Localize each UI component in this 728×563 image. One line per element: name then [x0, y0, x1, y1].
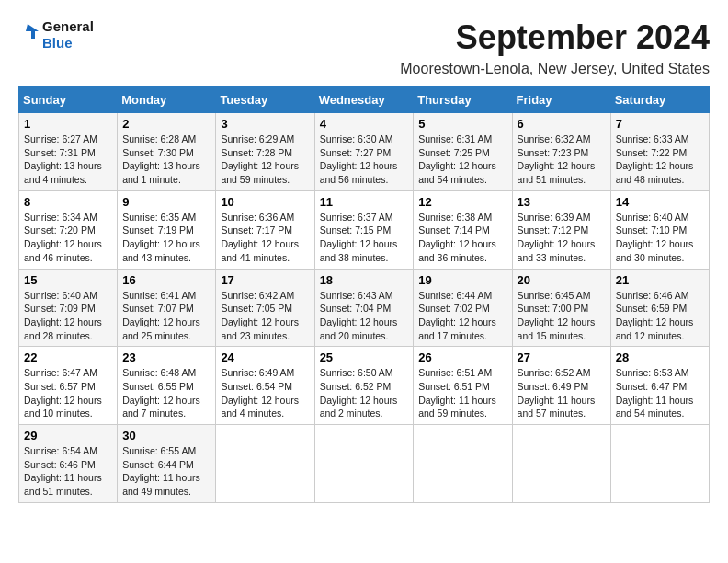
day-info: Sunrise: 6:46 AM Sunset: 6:59 PM Dayligh… [616, 289, 704, 343]
calendar-week-row: 22Sunrise: 6:47 AM Sunset: 6:57 PM Dayli… [19, 347, 710, 425]
calendar-day-cell: 15Sunrise: 6:40 AM Sunset: 7:09 PM Dayli… [19, 269, 118, 347]
month-title: September 2024 [456, 18, 710, 57]
logo-bird-icon [18, 22, 39, 48]
day-info: Sunrise: 6:49 AM Sunset: 6:54 PM Dayligh… [221, 366, 309, 420]
calendar-day-cell: 3Sunrise: 6:29 AM Sunset: 7:28 PM Daylig… [216, 113, 314, 191]
day-number: 30 [122, 429, 210, 442]
day-info: Sunrise: 6:34 AM Sunset: 7:20 PM Dayligh… [24, 211, 112, 265]
day-info: Sunrise: 6:42 AM Sunset: 7:05 PM Dayligh… [221, 289, 309, 343]
day-number: 6 [518, 117, 606, 131]
day-number: 19 [418, 273, 506, 287]
calendar-day-cell [414, 425, 512, 503]
day-info: Sunrise: 6:40 AM Sunset: 7:09 PM Dayligh… [24, 289, 112, 343]
calendar-day-cell: 27Sunrise: 6:52 AM Sunset: 6:49 PM Dayli… [512, 347, 610, 425]
day-number: 2 [122, 117, 210, 131]
day-info: Sunrise: 6:31 AM Sunset: 7:25 PM Dayligh… [418, 132, 506, 187]
day-number: 25 [320, 350, 409, 364]
calendar-week-row: 29Sunrise: 6:54 AM Sunset: 6:46 PM Dayli… [19, 425, 710, 503]
calendar-day-cell: 16Sunrise: 6:41 AM Sunset: 7:07 PM Dayli… [118, 269, 216, 347]
day-info: Sunrise: 6:41 AM Sunset: 7:07 PM Dayligh… [122, 289, 210, 343]
calendar-day-cell: 22Sunrise: 6:47 AM Sunset: 6:57 PM Dayli… [19, 347, 118, 425]
calendar-day-header: Monday [118, 87, 216, 113]
day-info: Sunrise: 6:52 AM Sunset: 6:49 PM Dayligh… [518, 366, 606, 420]
day-info: Sunrise: 6:39 AM Sunset: 7:12 PM Dayligh… [518, 211, 606, 265]
calendar-week-row: 15Sunrise: 6:40 AM Sunset: 7:09 PM Dayli… [19, 269, 710, 347]
calendar-day-cell: 29Sunrise: 6:54 AM Sunset: 6:46 PM Dayli… [19, 425, 118, 503]
day-number: 1 [24, 117, 112, 131]
day-info: Sunrise: 6:30 AM Sunset: 7:27 PM Dayligh… [320, 132, 409, 187]
day-info: Sunrise: 6:36 AM Sunset: 7:17 PM Dayligh… [221, 211, 309, 265]
calendar-day-cell: 21Sunrise: 6:46 AM Sunset: 6:59 PM Dayli… [610, 269, 709, 347]
calendar-day-cell: 5Sunrise: 6:31 AM Sunset: 7:25 PM Daylig… [414, 113, 512, 191]
day-info: Sunrise: 6:35 AM Sunset: 7:19 PM Dayligh… [122, 211, 210, 265]
day-number: 7 [616, 117, 704, 131]
day-number: 15 [24, 273, 112, 287]
day-number: 21 [616, 273, 704, 287]
calendar-day-cell: 6Sunrise: 6:32 AM Sunset: 7:23 PM Daylig… [512, 113, 610, 191]
day-number: 22 [24, 350, 112, 364]
day-info: Sunrise: 6:44 AM Sunset: 7:02 PM Dayligh… [418, 289, 506, 343]
calendar-day-cell [216, 425, 314, 503]
calendar-day-header: Saturday [610, 87, 709, 113]
calendar-day-cell: 25Sunrise: 6:50 AM Sunset: 6:52 PM Dayli… [314, 347, 414, 425]
day-number: 4 [320, 117, 409, 131]
calendar-day-header: Thursday [414, 87, 512, 113]
calendar-day-cell: 1Sunrise: 6:27 AM Sunset: 7:31 PM Daylig… [19, 113, 118, 191]
day-number: 11 [320, 195, 409, 209]
day-number: 28 [616, 350, 704, 364]
calendar-day-cell: 24Sunrise: 6:49 AM Sunset: 6:54 PM Dayli… [216, 347, 314, 425]
day-number: 14 [616, 195, 704, 209]
calendar-day-cell [512, 425, 610, 503]
day-number: 5 [418, 117, 506, 131]
calendar-day-cell: 18Sunrise: 6:43 AM Sunset: 7:04 PM Dayli… [314, 269, 414, 347]
calendar-day-cell: 14Sunrise: 6:40 AM Sunset: 7:10 PM Dayli… [610, 190, 709, 269]
day-number: 13 [518, 195, 606, 209]
day-number: 24 [221, 350, 309, 364]
day-number: 9 [122, 195, 210, 209]
day-info: Sunrise: 6:27 AM Sunset: 7:31 PM Dayligh… [24, 132, 112, 187]
day-info: Sunrise: 6:32 AM Sunset: 7:23 PM Dayligh… [518, 132, 606, 187]
calendar-day-cell [610, 425, 709, 503]
day-number: 16 [122, 273, 210, 287]
calendar-day-cell: 20Sunrise: 6:45 AM Sunset: 7:00 PM Dayli… [512, 269, 610, 347]
day-info: Sunrise: 6:33 AM Sunset: 7:22 PM Dayligh… [616, 132, 704, 187]
day-info: Sunrise: 6:37 AM Sunset: 7:15 PM Dayligh… [320, 211, 409, 265]
day-number: 12 [418, 195, 506, 209]
day-info: Sunrise: 6:38 AM Sunset: 7:14 PM Dayligh… [418, 211, 506, 265]
calendar-day-header: Sunday [19, 87, 118, 113]
calendar-day-cell: 10Sunrise: 6:36 AM Sunset: 7:17 PM Dayli… [216, 190, 314, 269]
calendar-day-cell: 2Sunrise: 6:28 AM Sunset: 7:30 PM Daylig… [118, 113, 216, 191]
calendar-table: SundayMondayTuesdayWednesdayThursdayFrid… [18, 86, 710, 503]
calendar-day-cell: 26Sunrise: 6:51 AM Sunset: 6:51 PM Dayli… [414, 347, 512, 425]
location: Moorestown-Lenola, New Jersey, United St… [18, 61, 710, 77]
calendar-day-cell: 12Sunrise: 6:38 AM Sunset: 7:14 PM Dayli… [414, 190, 512, 269]
logo-line2: Blue [42, 35, 94, 52]
day-number: 26 [418, 350, 506, 364]
calendar-day-cell: 23Sunrise: 6:48 AM Sunset: 6:55 PM Dayli… [118, 347, 216, 425]
day-number: 18 [320, 273, 409, 287]
calendar-day-cell: 28Sunrise: 6:53 AM Sunset: 6:47 PM Dayli… [610, 347, 709, 425]
calendar-week-row: 8Sunrise: 6:34 AM Sunset: 7:20 PM Daylig… [19, 190, 710, 269]
calendar-day-header: Friday [512, 87, 610, 113]
day-info: Sunrise: 6:53 AM Sunset: 6:47 PM Dayligh… [616, 366, 704, 420]
day-number: 8 [24, 195, 112, 209]
calendar-day-cell: 13Sunrise: 6:39 AM Sunset: 7:12 PM Dayli… [512, 190, 610, 269]
calendar-day-cell: 9Sunrise: 6:35 AM Sunset: 7:19 PM Daylig… [118, 190, 216, 269]
day-number: 20 [518, 273, 606, 287]
day-number: 10 [221, 195, 309, 209]
calendar-week-row: 1Sunrise: 6:27 AM Sunset: 7:31 PM Daylig… [19, 113, 710, 191]
day-info: Sunrise: 6:29 AM Sunset: 7:28 PM Dayligh… [221, 132, 309, 187]
logo-line1: General [42, 18, 94, 35]
calendar-day-cell: 19Sunrise: 6:44 AM Sunset: 7:02 PM Dayli… [414, 269, 512, 347]
calendar-day-cell: 4Sunrise: 6:30 AM Sunset: 7:27 PM Daylig… [314, 113, 414, 191]
day-info: Sunrise: 6:40 AM Sunset: 7:10 PM Dayligh… [616, 211, 704, 265]
day-number: 23 [122, 350, 210, 364]
day-info: Sunrise: 6:28 AM Sunset: 7:30 PM Dayligh… [122, 132, 210, 187]
calendar-day-cell: 17Sunrise: 6:42 AM Sunset: 7:05 PM Dayli… [216, 269, 314, 347]
day-info: Sunrise: 6:43 AM Sunset: 7:04 PM Dayligh… [320, 289, 409, 343]
day-number: 29 [24, 429, 112, 442]
day-number: 27 [518, 350, 606, 364]
day-info: Sunrise: 6:45 AM Sunset: 7:00 PM Dayligh… [518, 289, 606, 343]
svg-marker-0 [26, 24, 39, 39]
calendar-day-header: Wednesday [314, 87, 414, 113]
